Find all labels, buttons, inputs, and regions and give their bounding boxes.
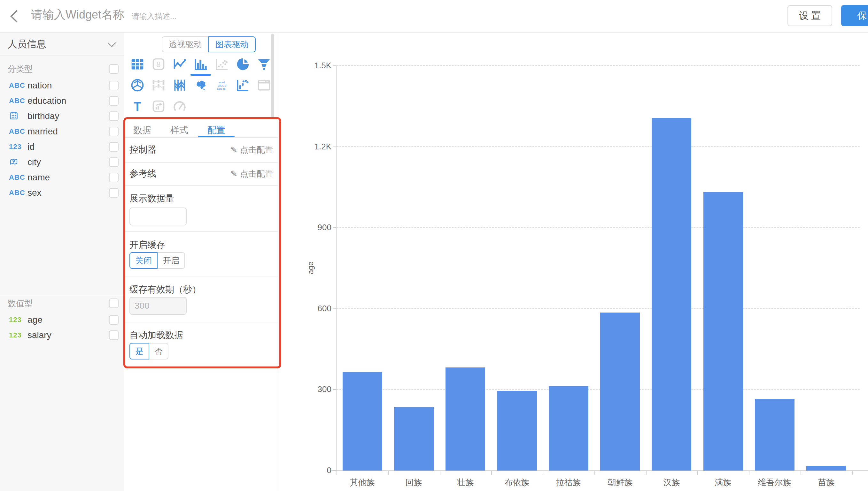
save-button[interactable]: 保 存 <box>841 5 868 26</box>
funnel-icon[interactable] <box>257 57 271 71</box>
x-category-label: 壮族 <box>440 477 491 488</box>
field-item-married[interactable]: ABCmarried <box>0 124 124 139</box>
pencil-icon: ✎ <box>230 169 238 179</box>
display-count-label: 展示数据量 <box>130 193 174 205</box>
x-tick <box>697 471 698 475</box>
label-chart-icon[interactable] <box>236 78 250 92</box>
field-group-checkbox[interactable] <box>109 298 118 308</box>
field-item-education[interactable]: ABCeducation <box>0 93 124 109</box>
field-label: sex <box>27 188 109 198</box>
tab-数据[interactable]: 数据 <box>124 123 161 138</box>
tab-样式[interactable]: 样式 <box>161 123 198 138</box>
cache-toggle: 关闭开启 <box>130 252 185 269</box>
bar-壮族 <box>445 368 485 470</box>
driver-tab-pivot[interactable]: 透视驱动 <box>162 36 209 52</box>
chevron-left-icon <box>10 10 23 23</box>
field-type-badge: ABC <box>9 127 27 136</box>
y-axis-line <box>336 66 336 471</box>
sankey-icon[interactable] <box>152 78 166 92</box>
pie-icon[interactable] <box>236 57 250 71</box>
chevron-down-icon <box>107 39 116 47</box>
y-tick-label: 1.2K <box>292 142 331 152</box>
y-tick <box>333 147 336 147</box>
chart-config-panel: 透视驱动图表驱动 数据样式配置 控制器 ✎ 点击配置 参考线 ✎ 点击配置 展示… <box>124 33 278 491</box>
field-label: age <box>27 315 109 325</box>
bar-汉族 <box>652 118 691 470</box>
relation-icon[interactable] <box>152 99 166 113</box>
cache-option[interactable]: 开启 <box>157 252 185 269</box>
parallel-icon[interactable] <box>172 78 187 92</box>
field-checkbox[interactable] <box>109 127 118 136</box>
widget-description-input[interactable] <box>131 11 222 21</box>
field-section: 数值型123age123salary <box>0 294 124 343</box>
cache-option[interactable]: 关闭 <box>130 252 158 269</box>
field-item-salary[interactable]: 123salary <box>0 327 124 343</box>
y-tick-label: 300 <box>292 384 331 394</box>
cache-ttl-input[interactable] <box>130 297 187 315</box>
radar-icon[interactable] <box>130 78 144 92</box>
divider <box>124 367 278 367</box>
field-item-name[interactable]: ABCname <box>0 170 124 185</box>
field-checkbox[interactable] <box>109 188 118 198</box>
x-tick <box>543 471 543 475</box>
gauge-icon[interactable] <box>172 99 187 113</box>
autoload-option[interactable]: 否 <box>148 343 168 359</box>
x-tick <box>491 471 492 475</box>
bar-满族 <box>703 192 743 470</box>
field-checkbox[interactable] <box>109 315 118 325</box>
field-group-header: 分类型 <box>0 63 124 75</box>
china-map-icon[interactable] <box>194 78 208 92</box>
widget-name-input[interactable] <box>30 8 147 22</box>
reference-configure-link[interactable]: ✎ 点击配置 <box>230 168 273 179</box>
autoload-option[interactable]: 是 <box>130 343 149 359</box>
field-item-age[interactable]: 123age <box>0 312 124 327</box>
chart-canvas[interactable]: 03006009001.2K1.5K其他族回族壮族布依族拉祜族朝鲜族汉族满族维吾… <box>279 33 868 491</box>
y-tick <box>333 227 336 228</box>
field-item-nation[interactable]: ABCnation <box>0 78 124 93</box>
header: 设 置 保 存 <box>0 0 868 33</box>
selected-chart-indicator <box>190 74 211 76</box>
sidebar-fields: 分类型ABCnationABCeducationbirthdayABCmarri… <box>0 56 124 343</box>
settings-button[interactable]: 设 置 <box>787 5 832 26</box>
scatter-icon[interactable] <box>215 57 229 71</box>
sidebar-fields-panel: 人员信息 分类型ABCnationABCeducationbirthdayABC… <box>0 33 124 491</box>
divider <box>124 276 278 277</box>
line-chart-icon[interactable] <box>172 57 187 71</box>
field-checkbox[interactable] <box>109 81 118 90</box>
field-item-id[interactable]: 123id <box>0 139 124 154</box>
field-checkbox[interactable] <box>109 96 118 106</box>
field-checkbox[interactable] <box>109 330 118 340</box>
field-item-city[interactable]: city <box>0 154 124 170</box>
x-category-label: 汉族 <box>646 477 697 488</box>
field-item-sex[interactable]: ABCsex <box>0 185 124 201</box>
x-tick <box>440 471 440 475</box>
iframe-icon[interactable] <box>257 78 271 92</box>
x-tick <box>852 471 853 475</box>
gridline <box>336 65 860 66</box>
text-icon[interactable]: T <box>130 99 144 113</box>
tabs-divider <box>124 137 278 138</box>
divider <box>124 231 278 232</box>
driver-tab-chart[interactable]: 图表驱动 <box>208 36 256 52</box>
dataset-selector[interactable]: 人员信息 <box>0 33 124 56</box>
controller-row: 控制器 ✎ 点击配置 <box>130 144 273 156</box>
controller-configure-link[interactable]: ✎ 点击配置 <box>230 144 273 155</box>
table-icon[interactable] <box>130 57 144 71</box>
field-item-birthday[interactable]: birthday <box>0 109 124 124</box>
y-tick-label: 600 <box>292 304 331 314</box>
display-count-input[interactable] <box>130 207 187 225</box>
field-group-checkbox[interactable] <box>109 64 118 74</box>
word-cloud-icon[interactable]: wordcloudagile Bi <box>215 78 229 92</box>
field-checkbox[interactable] <box>109 142 118 152</box>
reference-line-label: 参考线 <box>130 168 156 180</box>
panel-scrollbar-thumb[interactable] <box>271 34 274 118</box>
field-checkbox[interactable] <box>109 111 118 121</box>
bar-chart-icon[interactable] <box>194 57 208 71</box>
kpi-card-icon[interactable]: 8 <box>152 57 166 71</box>
field-checkbox[interactable] <box>109 173 118 182</box>
field-group-label: 分类型 <box>8 63 109 75</box>
back-button[interactable] <box>9 10 22 23</box>
tab-配置[interactable]: 配置 <box>198 123 235 138</box>
field-section: 分类型ABCnationABCeducationbirthdayABCmarri… <box>0 56 124 294</box>
field-checkbox[interactable] <box>109 157 118 167</box>
